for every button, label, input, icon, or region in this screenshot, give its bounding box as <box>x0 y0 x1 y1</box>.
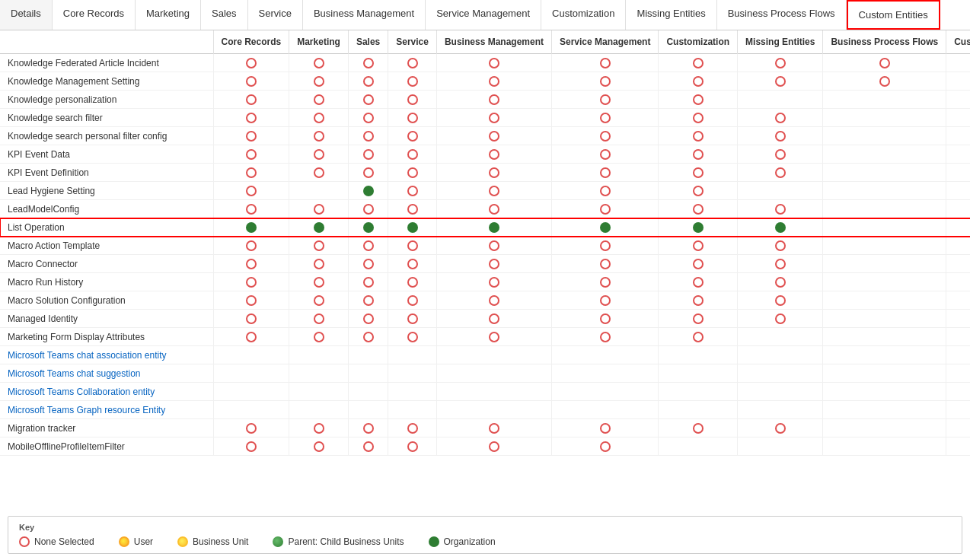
table-row[interactable]: LeadModelConfig <box>0 200 970 218</box>
row-name: Knowledge personalization <box>0 91 213 109</box>
table-row[interactable]: Knowledge search personal filter config <box>0 127 970 145</box>
row-name: Knowledge search filter <box>0 109 213 127</box>
row-value <box>823 237 946 255</box>
table-row[interactable]: Managed Identity <box>0 310 970 328</box>
row-value <box>552 237 659 255</box>
row-value <box>388 419 437 438</box>
row-value <box>436 127 551 145</box>
tab-details[interactable]: Details <box>0 0 53 30</box>
tab-business-process-flows[interactable]: Business Process Flows <box>717 0 847 30</box>
circle-none <box>489 441 499 452</box>
tab-marketing[interactable]: Marketing <box>136 0 201 30</box>
circle-none <box>775 259 786 269</box>
circle-none <box>407 94 418 105</box>
table-row[interactable]: Knowledge search filter <box>0 109 970 127</box>
tab-service[interactable]: Service <box>248 0 303 30</box>
row-value <box>946 273 970 291</box>
row-value <box>213 401 289 419</box>
table-row[interactable]: Marketing Form Display Attributes <box>0 328 970 346</box>
circle-org <box>693 222 704 233</box>
row-value <box>946 200 970 218</box>
table-row[interactable]: Macro Run History <box>0 273 970 291</box>
circle-none <box>407 186 418 196</box>
row-value <box>659 127 738 145</box>
table-row[interactable]: Microsoft Teams chat association entity <box>0 346 970 364</box>
row-value <box>738 54 823 72</box>
row-name: Lead Hygiene Setting <box>0 182 213 200</box>
circle-none <box>600 423 611 434</box>
row-value <box>738 346 823 364</box>
row-value <box>348 255 388 273</box>
row-value <box>213 72 289 91</box>
table-row[interactable]: Macro Action Template <box>0 237 970 255</box>
table-row[interactable]: KPI Event Data <box>0 145 970 164</box>
tab-custom-entities[interactable]: Custom Entities <box>847 0 940 30</box>
circle-none <box>693 295 704 306</box>
row-value <box>823 346 946 364</box>
circle-none <box>489 313 499 324</box>
table-row[interactable]: Macro Solution Configuration <box>0 291 970 310</box>
table-row[interactable]: List Operation <box>0 218 970 237</box>
row-value <box>552 364 659 383</box>
table-row[interactable]: Macro Connector <box>0 255 970 273</box>
table-row[interactable]: Knowledge personalization <box>0 91 970 109</box>
col-header-sales: Sales <box>348 30 388 54</box>
circle-none <box>363 277 374 288</box>
circle-none <box>407 204 418 215</box>
tab-service-management[interactable]: Service Management <box>426 0 541 30</box>
circle-none <box>407 58 418 68</box>
tab-sales[interactable]: Sales <box>201 0 248 30</box>
row-value <box>213 127 289 145</box>
table-row[interactable]: KPI Event Definition <box>0 164 970 182</box>
tab-customization[interactable]: Customization <box>541 0 626 30</box>
row-value <box>388 145 437 164</box>
tab-business-management[interactable]: Business Management <box>303 0 426 30</box>
circle-none <box>879 76 890 87</box>
table-row[interactable]: Migration tracker <box>0 419 970 438</box>
row-value <box>348 438 388 456</box>
circle-none <box>246 313 257 324</box>
row-value <box>823 127 946 145</box>
row-value <box>659 438 738 456</box>
table-row[interactable]: MobileOfflineProfileItemFilter <box>0 438 970 456</box>
row-value <box>946 255 970 273</box>
circle-none <box>489 332 499 342</box>
circle-none <box>600 76 611 87</box>
row-value <box>289 255 349 273</box>
table-row[interactable]: Knowledge Management Setting <box>0 72 970 91</box>
circle-org <box>407 222 418 233</box>
circle-none <box>693 277 704 288</box>
tab-missing-entities[interactable]: Missing Entities <box>626 0 716 30</box>
row-value <box>823 328 946 346</box>
row-value <box>823 145 946 164</box>
tab-core-records[interactable]: Core Records <box>53 0 136 30</box>
table-row[interactable]: Microsoft Teams Graph resource Entity <box>0 401 970 419</box>
table-wrapper[interactable]: Core RecordsMarketingSalesServiceBusines… <box>0 30 970 510</box>
row-value <box>213 200 289 218</box>
row-value <box>436 164 551 182</box>
row-value <box>738 237 823 255</box>
circle-none <box>775 76 786 87</box>
main-container: DetailsCore RecordsMarketingSalesService… <box>0 0 970 560</box>
circle-none <box>489 277 499 288</box>
table-row[interactable]: Lead Hygiene Setting <box>0 182 970 200</box>
circle-none <box>489 259 499 269</box>
circle-none <box>489 149 499 160</box>
row-name: Macro Solution Configuration <box>0 291 213 310</box>
row-value <box>388 383 437 401</box>
table-row[interactable]: Microsoft Teams chat suggestion <box>0 364 970 383</box>
row-value <box>348 109 388 127</box>
table-row[interactable]: Knowledge Federated Article Incident <box>0 54 970 72</box>
row-value <box>946 145 970 164</box>
circle-none <box>693 313 704 324</box>
table-row[interactable]: Microsoft Teams Collaboration entity <box>0 383 970 401</box>
row-value <box>388 72 437 91</box>
circle-none <box>363 441 374 452</box>
row-value <box>289 401 349 419</box>
col-header-custom: Customization <box>659 30 738 54</box>
circle-none <box>314 58 324 68</box>
circle-none <box>314 277 324 288</box>
row-name: Microsoft Teams Collaboration entity <box>0 383 213 401</box>
row-value <box>946 438 970 456</box>
row-value <box>738 419 823 438</box>
